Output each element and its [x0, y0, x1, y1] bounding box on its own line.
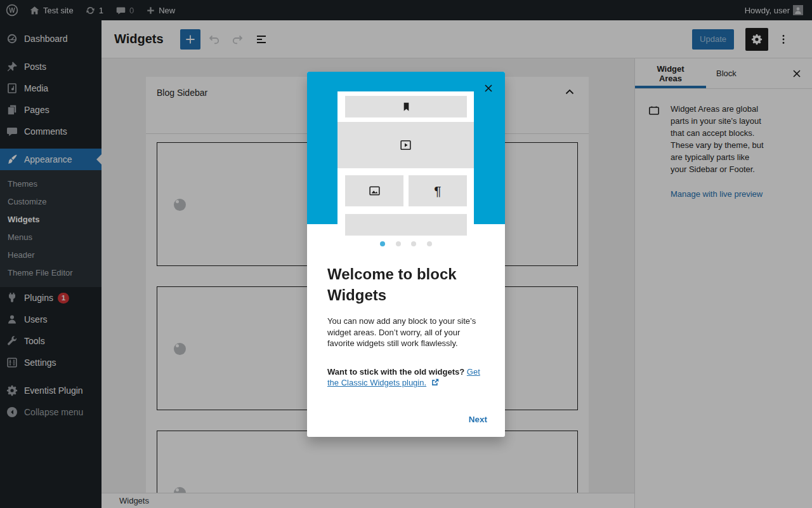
close-modal-button[interactable]	[481, 81, 496, 96]
modal-body-text: You can now add any block to your site’s…	[327, 316, 486, 349]
paragraph-icon: ¶	[434, 184, 441, 197]
illustration-block-bookmark	[345, 96, 467, 117]
external-link-icon	[431, 378, 440, 387]
illustration-canvas: ¶	[337, 91, 474, 224]
video-icon	[399, 138, 412, 152]
page-dot-3[interactable]	[411, 241, 416, 246]
illustration-block-blank	[345, 214, 467, 236]
illustration-block-video	[337, 122, 474, 168]
illustration-block-image	[345, 175, 403, 206]
page-dot-2[interactable]	[396, 241, 401, 246]
close-icon	[481, 81, 496, 96]
page-dot-1[interactable]	[380, 241, 385, 246]
modal-illustration-header: ¶	[307, 72, 505, 224]
bookmark-icon	[401, 102, 412, 112]
illustration-block-paragraph: ¶	[409, 175, 467, 206]
old-widgets-question: Want to stick with the old widgets?	[327, 367, 464, 377]
page-control	[307, 237, 505, 249]
next-button[interactable]: Next	[469, 415, 487, 424]
modal-heading: Welcome to block Widgets	[327, 264, 485, 305]
welcome-guide-modal: ¶ Welcome to block Widgets You can now a…	[307, 72, 505, 437]
page-dot-4[interactable]	[427, 241, 432, 246]
modal-secondary-text: Want to stick with the old widgets? Get …	[327, 366, 486, 389]
image-icon	[368, 184, 381, 197]
